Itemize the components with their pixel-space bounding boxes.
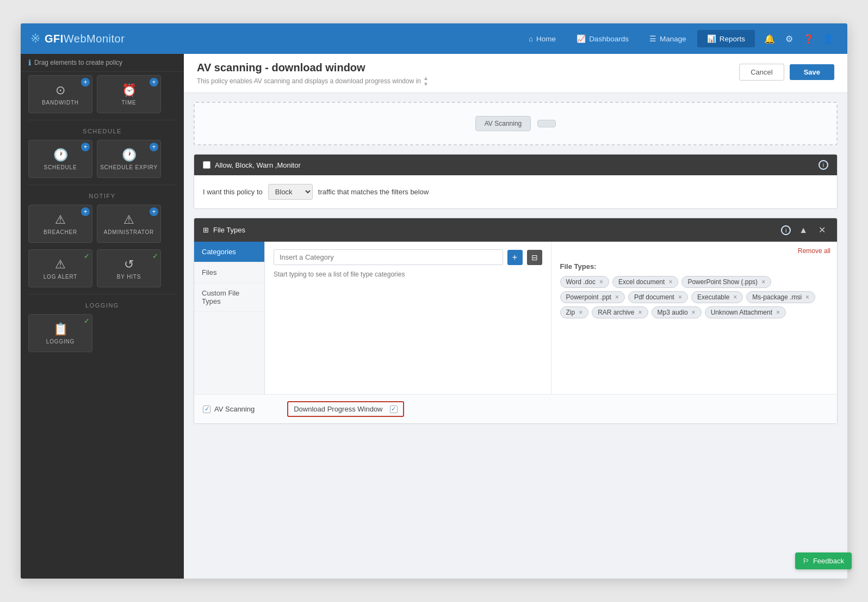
help-icon[interactable]: ❓ (799, 29, 818, 48)
content-scroll: AV Scanning Allow, Block, Warn ,Monitor … (184, 93, 847, 579)
sidebar-card-bandwidth[interactable]: + ⊙ BANDWIDTH (28, 75, 92, 113)
sidebar-info: ℹ Drag elements to create policy (21, 54, 184, 72)
divider-1 (28, 120, 176, 120)
tag-unknown-close[interactable]: × (776, 309, 780, 316)
remove-all-link[interactable]: Remove all (798, 247, 830, 255)
download-progress-checkbox[interactable] (390, 406, 398, 413)
tag-ms-package-close[interactable]: × (805, 293, 809, 301)
sidebar-card-by-hits[interactable]: ✓ ↺ BY HITS (97, 249, 161, 287)
ft-sidebar-files[interactable]: Files (194, 262, 264, 283)
tag-unknown-label: Unknown Attachment (711, 309, 772, 316)
tag-word-doc-label: Word .doc (566, 278, 596, 286)
tag-ppt: Powerpoint .ppt × (560, 291, 625, 303)
logo-symbol-icon: ※ (30, 32, 40, 46)
page-title: AV scanning - download window (197, 62, 429, 74)
download-progress-label: Download Progress Window (294, 405, 382, 413)
action-header-left: Allow, Block, Warn ,Monitor (203, 161, 301, 169)
tag-pdf-close[interactable]: × (678, 293, 682, 301)
sidebar-card-logging[interactable]: ✓ 📋 LOGGING (28, 314, 92, 352)
policy-node-1: AV Scanning (475, 116, 531, 131)
tag-zip-label: Zip (566, 309, 575, 316)
time-label: TIME (121, 100, 136, 106)
nav-home[interactable]: ⌂ Home (519, 30, 566, 47)
content-header: AV scanning - download window This polic… (184, 54, 847, 93)
divider-3 (28, 294, 176, 294)
nav-manage[interactable]: ☰ Manage (640, 30, 696, 47)
file-types-header-icon: ⊞ (203, 226, 209, 234)
tag-word-doc: Word .doc × (560, 276, 609, 288)
bandwidth-plus-icon: + (81, 78, 90, 87)
sidebar-info-icon: ℹ (28, 58, 31, 67)
schedule-expiry-icon: 🕐 (122, 148, 137, 162)
topbar-icon-group: 🔔 ⚙ ❓ 👤 (760, 29, 838, 48)
tag-rar: RAR archive × (592, 306, 648, 318)
ft-hint: Start typing to see a list of file type … (274, 271, 542, 278)
cancel-button[interactable]: Cancel (739, 64, 784, 81)
sidebar-card-schedule[interactable]: + 🕐 SCHEDULE (28, 140, 92, 178)
schedule-expiry-plus-icon: + (150, 143, 158, 151)
action-select[interactable]: Block Allow Warn Monitor (268, 184, 313, 200)
tag-excel-close[interactable]: × (668, 278, 672, 286)
main-content: ℹ Drag elements to create policy + ⊙ BAN… (21, 54, 847, 579)
sidebar-card-administrator[interactable]: + ⚠ ADMINISTRATOR (97, 205, 161, 243)
file-types-close-icon[interactable]: ✕ (816, 224, 828, 236)
tag-zip-close[interactable]: × (579, 309, 582, 316)
user-icon[interactable]: 👤 (819, 29, 838, 48)
tag-excel-label: Excel document (618, 278, 665, 286)
tag-executable-close[interactable]: × (733, 293, 737, 301)
sidebar-card-log-alert[interactable]: ✓ ⚠ LOG ALERT (28, 249, 92, 287)
file-types-main: + ⊟ Start typing to see a list of file t… (265, 242, 551, 394)
tag-mp3-close[interactable]: × (692, 309, 696, 316)
ft-insert-plus-button[interactable]: + (507, 250, 523, 265)
sidebar-row-bandwidth-time: + ⊙ BANDWIDTH + ⏰ TIME (21, 72, 184, 116)
by-hits-check-icon: ✓ (152, 252, 158, 260)
tag-executable: Executable × (691, 291, 743, 303)
sidebar-row-notify: + ⚠ BREACHER + ⚠ ADMINISTRATOR (21, 201, 184, 246)
tag-ppt-show-label: PowerPoint Show (.pps) (687, 278, 758, 286)
sidebar-card-schedule-expiry[interactable]: + 🕐 SCHEDULE EXPIRY (97, 140, 161, 178)
log-alert-check-icon: ✓ (84, 252, 90, 260)
tag-word-doc-close[interactable]: × (599, 278, 603, 286)
av-scanning-checkbox[interactable] (203, 406, 210, 413)
sidebar-card-time[interactable]: + ⏰ TIME (97, 75, 161, 113)
ft-sidebar-custom[interactable]: Custom File Types (194, 283, 264, 312)
content-header-left: AV scanning - download window This polic… (197, 62, 429, 87)
sidebar-card-breacher[interactable]: + ⚠ BREACHER (28, 205, 92, 243)
settings-icon[interactable]: ⚙ (780, 29, 798, 48)
schedule-expiry-label: SCHEDULE EXPIRY (100, 164, 158, 170)
page-subtitle: This policy enables AV scanning and disp… (197, 75, 429, 87)
ft-insert-input[interactable] (274, 249, 503, 265)
brand-name: GFIWebMonitor (45, 33, 125, 45)
action-info-icon[interactable]: i (819, 160, 828, 170)
administrator-plus-icon: + (150, 207, 158, 216)
breacher-plus-icon: + (81, 207, 90, 216)
ft-grid-button[interactable]: ⊟ (527, 250, 542, 265)
file-types-collapse-icon[interactable]: ▲ (796, 224, 810, 236)
nav-home-label: Home (536, 35, 556, 43)
scroll-arrows[interactable]: ▲ ▼ (423, 75, 429, 87)
download-progress-item: Download Progress Window (287, 401, 404, 417)
save-button[interactable]: Save (790, 64, 834, 80)
time-icon: ⏰ (122, 83, 137, 97)
tag-ppt-close[interactable]: × (615, 293, 619, 301)
action-block-header: Allow, Block, Warn ,Monitor i (194, 155, 837, 175)
ft-tags-container: Word .doc × Excel document × PowerPoint … (560, 276, 829, 318)
policy-canvas: AV Scanning (194, 102, 838, 145)
ft-sidebar-categories[interactable]: Categories (194, 242, 264, 262)
schedule-icon: 🕐 (53, 148, 68, 162)
by-hits-icon: ↺ (124, 257, 134, 272)
av-scanning-label: AV Scanning (214, 405, 255, 413)
content-area: AV scanning - download window This polic… (184, 54, 847, 579)
feedback-button[interactable]: 🏳 Feedback (795, 552, 852, 569)
nav-dashboards[interactable]: 📈 Dashboards (567, 30, 638, 47)
section-schedule: SCHEDULE (21, 124, 184, 137)
nav-reports[interactable]: 📊 Reports (697, 30, 755, 47)
tag-ppt-show-close[interactable]: × (761, 278, 765, 286)
sidebar-row-alerts: ✓ ⚠ LOG ALERT ✓ ↺ BY HITS (21, 246, 184, 291)
file-types-info-icon[interactable]: i (781, 225, 791, 235)
action-checkbox[interactable] (203, 161, 210, 169)
tag-excel: Excel document × (612, 276, 678, 288)
notifications-icon[interactable]: 🔔 (760, 29, 779, 48)
tag-rar-close[interactable]: × (638, 309, 642, 316)
by-hits-label: BY HITS (117, 274, 141, 280)
